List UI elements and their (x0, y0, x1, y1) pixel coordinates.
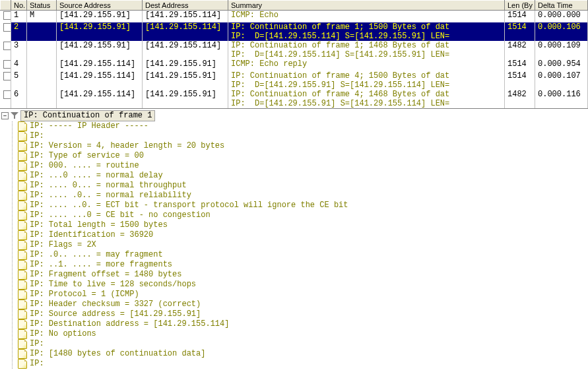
tree-item[interactable]: IP: (18, 339, 588, 349)
tree-root-row[interactable]: − IP: Continuation of frame 1 (1, 110, 588, 121)
row-checkbox[interactable] (3, 72, 11, 80)
tree-line-text: IP: Version = 4, header length = 20 byte… (30, 141, 224, 151)
cell-dst: [141.29.155.114] (143, 11, 228, 23)
tree-item[interactable]: IP: (18, 131, 588, 141)
tree-item[interactable]: IP: .... 0... = normal throughput (18, 181, 588, 191)
cell-delta: 0.000.106 (535, 22, 588, 41)
cell-no: 4 (11, 59, 27, 71)
tree-item[interactable]: IP: Protocol = 1 (ICMP) (18, 290, 588, 300)
page-icon (18, 319, 27, 329)
tree-item[interactable]: IP: .... ...0 = CE bit - no congestion (18, 210, 588, 220)
tree-line-text: IP: Type of service = 00 (30, 151, 144, 161)
collapse-icon[interactable]: − (1, 112, 9, 119)
cell-len: 1514 (505, 11, 535, 23)
tree-item[interactable]: IP: [1480 bytes of continuation data] (18, 349, 588, 359)
tree-item[interactable]: IP: No options (18, 329, 588, 339)
page-icon (18, 309, 27, 319)
col-summary[interactable]: Summary (228, 1, 505, 11)
tree-item[interactable]: IP: Fragment offset = 1480 bytes (18, 270, 588, 280)
table-row[interactable]: 6[141.29.155.114][141.29.155.91]IP: Cont… (1, 90, 588, 108)
page-icon (18, 329, 27, 339)
row-checkbox[interactable] (3, 60, 11, 69)
cell-src: [141.29.155.114] (57, 90, 143, 108)
tree-item[interactable]: IP: Identification = 36920 (18, 230, 588, 240)
page-icon (18, 260, 27, 270)
tree-line-text: IP: (30, 339, 44, 349)
tree-item[interactable]: IP: .... .0.. = normal reliability (18, 191, 588, 201)
table-row[interactable]: 2[141.29.155.91][141.29.155.114]IP: Cont… (1, 22, 588, 41)
col-status[interactable]: Status (27, 1, 57, 11)
row-checkbox[interactable] (3, 90, 11, 99)
page-icon (18, 210, 27, 220)
col-no[interactable]: No. (11, 1, 27, 11)
cell-status (27, 41, 57, 59)
tree-item[interactable]: IP: ...0 .... = normal delay (18, 171, 588, 181)
tree-line-text: IP: Protocol = 1 (ICMP) (30, 290, 139, 300)
page-icon (18, 300, 27, 309)
tree-item[interactable]: IP: Type of service = 00 (18, 151, 588, 161)
page-icon (18, 270, 27, 280)
table-row[interactable]: 5[141.29.155.114][141.29.155.91]IP: Cont… (1, 71, 588, 90)
tree-item[interactable]: IP: Destination address = [141.29.155.11… (18, 319, 588, 329)
tree-line-text: IP: Header checksum = 3327 (correct) (30, 300, 201, 309)
page-icon (18, 220, 27, 230)
tree-item[interactable]: IP: Total length = 1500 bytes (18, 220, 588, 230)
tree-line-text: IP: Time to live = 128 seconds/hops (30, 280, 196, 290)
tree-item[interactable]: IP: 000. .... = routine (18, 161, 588, 171)
row-checkbox[interactable] (3, 42, 11, 50)
page-icon (18, 161, 27, 171)
page-icon (18, 230, 27, 240)
row-checkbox[interactable] (3, 23, 11, 32)
col-checkbox[interactable] (1, 1, 11, 11)
tree-item[interactable]: IP: Source address = [141.29.155.91] (18, 309, 588, 319)
row-checkbox[interactable] (3, 11, 11, 20)
header-row[interactable]: No. Status Source Address Dest Address S… (1, 1, 588, 11)
tree-line-text: IP: (30, 359, 44, 369)
cell-src: [141.29.155.114] (57, 71, 143, 90)
tree-item[interactable]: IP: Header checksum = 3327 (correct) (18, 300, 588, 309)
page-icon (18, 201, 27, 210)
tree-item[interactable]: IP: .0.. .... = may fragment (18, 250, 588, 260)
page-icon (18, 171, 27, 181)
col-dst[interactable]: Dest Address (143, 1, 228, 11)
tree-item[interactable]: IP: Version = 4, header length = 20 byte… (18, 141, 588, 151)
tree-line-text: IP: Identification = 36920 (30, 230, 153, 240)
tree-line-text: IP: Total length = 1500 bytes (30, 220, 168, 230)
tree-line-text: IP: ...0 .... = normal delay (30, 171, 163, 181)
row-checkbox-cell (1, 71, 11, 90)
row-checkbox-cell (1, 41, 11, 59)
tree-item[interactable]: IP: .... ..0. = ECT bit - transport prot… (18, 201, 588, 210)
table-row[interactable]: 1M[141.29.155.91][141.29.155.114]ICMP: E… (1, 11, 588, 23)
tree-item[interactable]: IP: Flags = 2X (18, 240, 588, 250)
tree-line-text: IP: .... .0.. = normal reliability (30, 191, 191, 201)
cell-len: 1514 (505, 22, 535, 41)
tree-line-text: IP: Flags = 2X (30, 240, 96, 250)
tree-line-text: IP: Destination address = [141.29.155.11… (30, 319, 229, 329)
root-label: IP: Continuation of frame 1 (20, 110, 155, 121)
tree-item[interactable]: IP: ..1. .... = more fragments (18, 260, 588, 270)
page-icon (18, 290, 27, 300)
detail-pane[interactable]: − IP: Continuation of frame 1 IP: ----- … (0, 108, 588, 369)
cell-dst: [141.29.155.114] (143, 41, 228, 59)
tree-item[interactable]: IP: ----- IP Header ----- (18, 121, 588, 131)
col-delta[interactable]: Delta Time (535, 1, 588, 11)
page-icon (18, 359, 27, 369)
tree-line-text: IP: ----- IP Header ----- (30, 121, 148, 131)
table-row[interactable]: 4[141.29.155.114][141.29.155.91]ICMP: Ec… (1, 59, 588, 71)
tree-item[interactable]: IP: (18, 359, 588, 369)
cell-no: 1 (11, 11, 27, 23)
tree-line-text: IP: .... 0... = normal throughput (30, 181, 187, 191)
col-len[interactable]: Len (By (505, 1, 535, 11)
col-src[interactable]: Source Address (57, 1, 143, 11)
page-icon (18, 240, 27, 250)
cell-status (27, 22, 57, 41)
cell-summary: IP: Continuation of frame 4; 1500 Bytes … (228, 71, 505, 90)
tree-item[interactable]: IP: Time to live = 128 seconds/hops (18, 280, 588, 290)
packet-table[interactable]: No. Status Source Address Dest Address S… (0, 0, 588, 108)
cell-delta: 0.000.000 (535, 11, 588, 23)
page-icon (18, 181, 27, 191)
cell-status (27, 71, 57, 90)
tree-line-text: IP: [1480 bytes of continuation data] (30, 349, 205, 359)
tree-line-text: IP: ..1. .... = more fragments (30, 260, 172, 270)
table-row[interactable]: 3[141.29.155.91][141.29.155.114]IP: Cont… (1, 41, 588, 59)
